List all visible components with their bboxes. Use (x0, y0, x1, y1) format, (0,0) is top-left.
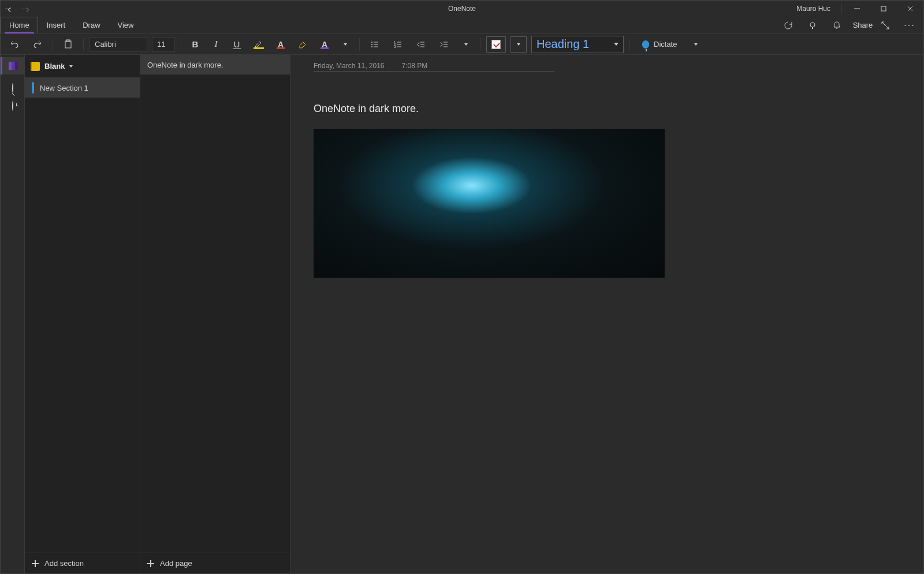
plus-icon (32, 560, 39, 567)
sections-panel: Blank New Section 1 Add section (25, 55, 140, 573)
ribbon: Calibri 11 B I U A A 123 Heading 1 (1, 34, 923, 55)
redo-button[interactable] (28, 36, 47, 53)
font-color-button[interactable]: A (273, 36, 289, 53)
indent-button[interactable] (435, 36, 453, 53)
inserted-image[interactable] (314, 129, 665, 278)
page-time: 7:08 PM (402, 62, 428, 70)
eraser-icon (297, 39, 308, 50)
svg-point-6 (836, 28, 837, 29)
notebook-swatch-icon (31, 62, 40, 71)
dictate-button[interactable]: Dictate (636, 36, 683, 53)
plus-icon (147, 560, 154, 567)
microphone-icon (642, 40, 649, 49)
text-effects-button[interactable]: A (316, 36, 333, 53)
page-meta: Friday, March 11, 2016 7:08 PM (314, 62, 554, 72)
page-item[interactable]: OneNote in dark more. (140, 55, 290, 74)
clear-format-button[interactable] (293, 36, 312, 53)
more-icon[interactable]: ··· (901, 17, 918, 33)
svg-point-4 (810, 23, 815, 27)
notebook-header[interactable]: Blank (25, 55, 140, 78)
pages-panel: OneNote in dark more. Add page (140, 55, 290, 573)
dictate-label: Dictate (654, 40, 677, 49)
tab-insert[interactable]: Insert (38, 17, 74, 33)
user-name[interactable]: Mauro Huc (788, 5, 839, 13)
share-button[interactable]: Share (853, 17, 869, 33)
svg-point-13 (371, 44, 372, 45)
tips-icon[interactable] (804, 17, 821, 33)
bullet-list-button[interactable] (366, 36, 384, 53)
page-label: OneNote in dark more. (147, 61, 223, 69)
app-bar (1, 55, 25, 573)
fullscreen-icon[interactable] (877, 17, 893, 33)
chevron-down-icon (344, 43, 347, 46)
notifications-icon[interactable] (829, 17, 845, 33)
add-section-label: Add section (44, 559, 84, 568)
tab-draw[interactable]: Draw (74, 17, 109, 33)
section-label: New Section 1 (40, 84, 88, 92)
divider (841, 3, 841, 14)
share-label: Share (853, 21, 873, 29)
italic-button[interactable]: I (208, 36, 224, 53)
main-area: Blank New Section 1 Add section OneNote … (1, 55, 923, 573)
svg-rect-1 (881, 6, 886, 11)
forward-button (21, 5, 28, 13)
minimize-button[interactable] (844, 1, 870, 17)
search-icon (12, 83, 13, 93)
highlight-button[interactable] (249, 36, 268, 53)
chevron-down-icon (517, 43, 520, 46)
canvas[interactable]: Friday, March 11, 2016 7:08 PM OneNote i… (290, 55, 923, 573)
todo-check-icon (491, 40, 501, 49)
svg-rect-5 (812, 27, 813, 29)
ribbon-tabs: Home Insert Draw View Share ··· (1, 17, 923, 34)
title-bar: OneNote Mauro Huc (1, 1, 923, 17)
dictate-dropdown-button[interactable] (688, 36, 704, 53)
add-page-button[interactable]: Add page (140, 553, 290, 573)
tab-home[interactable]: Home (1, 17, 38, 33)
paragraph-more-button[interactable] (458, 36, 474, 53)
maximize-button[interactable] (870, 1, 897, 17)
undo-button[interactable] (5, 36, 24, 53)
svg-point-11 (371, 42, 372, 43)
bold-button[interactable]: B (187, 36, 203, 53)
underline-button[interactable]: U (229, 36, 245, 53)
sync-icon[interactable] (780, 17, 796, 33)
close-button[interactable] (897, 1, 923, 17)
notebooks-icon (9, 62, 18, 70)
add-section-button[interactable]: Add section (25, 553, 140, 573)
tab-view[interactable]: View (109, 17, 143, 33)
svg-line-7 (882, 22, 889, 29)
appbar-search[interactable] (12, 84, 13, 92)
panels: Blank New Section 1 Add section OneNote … (25, 55, 290, 573)
app-title: OneNote (1, 5, 923, 13)
page-date: Friday, March 11, 2016 (314, 62, 385, 70)
chevron-down-icon (614, 43, 619, 46)
outdent-button[interactable] (412, 36, 430, 53)
todo-tag-button[interactable] (486, 36, 506, 53)
numbered-list-button[interactable]: 123 (389, 36, 407, 53)
appbar-notebooks[interactable] (1, 57, 24, 74)
clipboard-button[interactable] (59, 36, 77, 53)
section-item[interactable]: New Section 1 (25, 78, 140, 98)
chevron-down-icon (69, 65, 73, 68)
font-more-button[interactable] (337, 36, 353, 53)
add-page-label: Add page (160, 559, 192, 568)
svg-rect-8 (65, 41, 71, 48)
appbar-recent[interactable] (12, 102, 13, 110)
page-body-title[interactable]: OneNote in dark more. (314, 103, 923, 115)
font-name-input[interactable]: Calibri (90, 37, 147, 52)
font-size-input[interactable]: 11 (152, 37, 175, 52)
chevron-down-icon (464, 43, 468, 46)
svg-point-15 (371, 46, 372, 47)
svg-marker-10 (300, 42, 305, 48)
tag-dropdown-button[interactable] (511, 36, 527, 53)
notebook-name: Blank (44, 62, 65, 70)
style-select[interactable]: Heading 1 (531, 36, 624, 53)
chevron-down-icon (694, 43, 698, 46)
back-button[interactable] (5, 5, 12, 13)
recent-icon (12, 101, 13, 111)
svg-text:3: 3 (394, 45, 396, 49)
style-select-value: Heading 1 (536, 38, 589, 51)
